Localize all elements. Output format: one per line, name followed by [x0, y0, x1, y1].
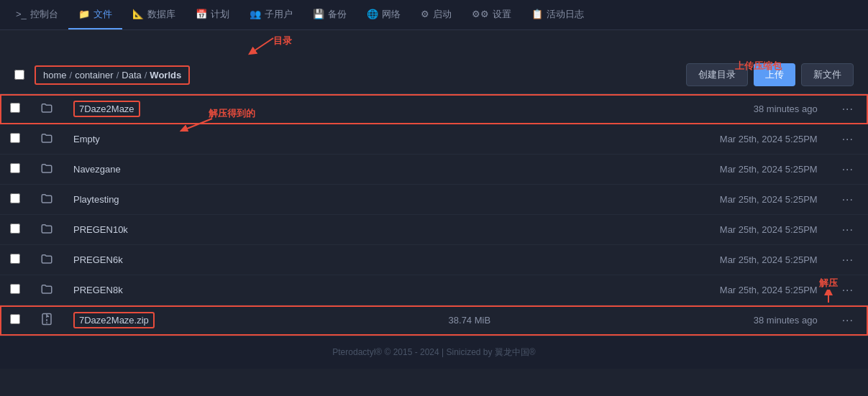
nav-database[interactable]: 📐 数据库: [122, 0, 186, 29]
table-row: PREGEN6kMar 25th, 2024 5:25PM···: [0, 245, 868, 275]
file-name[interactable]: PREGEN10k: [73, 224, 128, 235]
file-name[interactable]: Navezgane: [73, 164, 121, 175]
folder-icon: [40, 104, 53, 116]
file-name[interactable]: 7Daze2Maze.zip: [73, 312, 155, 328]
folder-icon: [40, 195, 53, 207]
file-list-wrapper: 解压得到的 7Daze2Maze38 minutes ago···EmptyMa…: [0, 94, 868, 336]
row-checkbox[interactable]: [10, 284, 20, 294]
page-wrapper: >_ 控制台 📁 文件 📐 数据库 📅 计划 👥 子用户 💾 备份 🌐 网络 ⚙: [0, 0, 868, 369]
file-size: [319, 275, 501, 305]
file-size: [319, 215, 501, 245]
settings-icon: ⚙⚙: [472, 9, 489, 19]
zip-icon: [40, 316, 53, 328]
row-checkbox[interactable]: [10, 193, 20, 203]
file-actions-button[interactable]: ···: [838, 132, 858, 147]
table-row: PlaytestingMar 25th, 2024 5:25PM···: [0, 185, 868, 215]
network-icon: 🌐: [367, 9, 378, 19]
file-name[interactable]: Empty: [73, 134, 100, 144]
new-file-button[interactable]: 新文件: [801, 63, 854, 86]
file-actions-button[interactable]: ···: [838, 101, 858, 116]
file-actions-button[interactable]: ···: [838, 192, 858, 207]
file-actions-button[interactable]: ···: [838, 162, 858, 177]
folder-icon: [40, 165, 53, 177]
breadcrumb: home / container / Data / Worlds: [35, 65, 190, 85]
svg-line-0: [252, 38, 273, 52]
folder-icon: [40, 225, 53, 237]
table-row: NavezganeMar 25th, 2024 5:25PM···: [0, 155, 868, 185]
file-size: [319, 94, 501, 124]
folder-icon: [40, 134, 53, 147]
file-date: Mar 25th, 2024 5:25PM: [501, 124, 828, 155]
file-actions-button[interactable]: ···: [838, 222, 858, 237]
file-size: [319, 245, 501, 275]
nav-subusers[interactable]: 👥 子用户: [239, 0, 303, 29]
nav-console[interactable]: >_ 控制台: [6, 0, 68, 29]
file-size: [319, 155, 501, 185]
database-icon: 📐: [132, 9, 144, 19]
file-table: 7Daze2Maze38 minutes ago···EmptyMar 25th…: [0, 94, 868, 336]
console-icon: >_: [16, 9, 27, 19]
files-icon: 📁: [78, 9, 90, 19]
upload-button[interactable]: 上传: [754, 63, 795, 86]
file-date: 38 minutes ago: [501, 94, 828, 124]
breadcrumb-worlds[interactable]: Worlds: [150, 70, 181, 80]
file-date: Mar 25th, 2024 5:25PM: [501, 185, 828, 215]
subusers-icon: 👥: [250, 9, 261, 19]
file-name[interactable]: PREGEN6k: [73, 254, 123, 265]
file-size: [319, 124, 501, 155]
table-row: PREGEN8kMar 25th, 2024 5:25PM···: [0, 275, 868, 305]
top-nav: >_ 控制台 📁 文件 📐 数据库 📅 计划 👥 子用户 💾 备份 🌐 网络 ⚙: [0, 0, 868, 30]
file-date: 38 minutes ago: [501, 305, 828, 336]
toolbar: home / container / Data / Worlds 创建目录 上传…: [0, 56, 868, 94]
file-actions-button[interactable]: ···: [838, 252, 858, 267]
folder-icon: [40, 255, 53, 267]
nav-network[interactable]: 🌐 网络: [357, 0, 411, 29]
breadcrumb-data[interactable]: Data: [122, 70, 141, 80]
file-actions-button[interactable]: ···: [838, 282, 858, 298]
table-row: 7Daze2Maze38 minutes ago···: [0, 94, 868, 124]
breadcrumb-home[interactable]: home: [43, 70, 67, 80]
file-date: Mar 25th, 2024 5:25PM: [501, 245, 828, 275]
nav-schedule[interactable]: 📅 计划: [186, 0, 239, 29]
annotation-row: 目录: [0, 30, 868, 56]
create-directory-button[interactable]: 创建目录: [686, 63, 748, 86]
file-name[interactable]: Playtesting: [73, 194, 119, 205]
schedule-icon: 📅: [196, 9, 207, 19]
nav-backup[interactable]: 💾 备份: [303, 0, 357, 29]
table-row: PREGEN10kMar 25th, 2024 5:25PM···: [0, 215, 868, 245]
file-size: 38.74 MiB: [319, 305, 501, 336]
breadcrumb-container: home / container / Data / Worlds: [14, 65, 190, 85]
file-date: Mar 25th, 2024 5:25PM: [501, 155, 828, 185]
nav-activity[interactable]: 📋 活动日志: [521, 0, 594, 29]
file-date: Mar 25th, 2024 5:25PM: [501, 215, 828, 245]
backup-icon: 💾: [313, 9, 324, 19]
annotation-arrow-dir: [230, 34, 288, 56]
nav-files[interactable]: 📁 文件: [68, 0, 122, 29]
row-checkbox[interactable]: [10, 133, 20, 143]
footer: Pterodactyl® © 2015 - 2024 | Sinicized b…: [0, 336, 868, 369]
file-size: [319, 185, 501, 215]
table-row: 7Daze2Maze.zip38.74 MiB38 minutes ago···: [0, 305, 868, 336]
nav-settings[interactable]: ⚙⚙ 设置: [462, 0, 521, 29]
row-checkbox[interactable]: [10, 224, 20, 234]
annotation-directory: 目录: [273, 34, 292, 47]
file-name[interactable]: PREGEN8k: [73, 285, 123, 295]
row-checkbox[interactable]: [10, 254, 20, 264]
nav-startup[interactable]: ⚙ 启动: [411, 0, 462, 29]
table-row: EmptyMar 25th, 2024 5:25PM···: [0, 124, 868, 155]
select-all-checkbox[interactable]: [14, 70, 24, 80]
file-actions-button[interactable]: ···: [838, 313, 858, 328]
startup-icon: ⚙: [421, 9, 429, 19]
row-checkbox[interactable]: [10, 314, 20, 324]
row-checkbox[interactable]: [10, 103, 20, 113]
row-checkbox[interactable]: [10, 163, 20, 173]
file-date: Mar 25th, 2024 5:25PM: [501, 275, 828, 305]
file-name[interactable]: 7Daze2Maze: [73, 101, 140, 117]
activity-icon: 📋: [531, 9, 543, 19]
folder-icon: [40, 285, 53, 298]
toolbar-buttons: 创建目录 上传 新文件: [686, 63, 854, 86]
breadcrumb-container[interactable]: container: [75, 70, 113, 80]
